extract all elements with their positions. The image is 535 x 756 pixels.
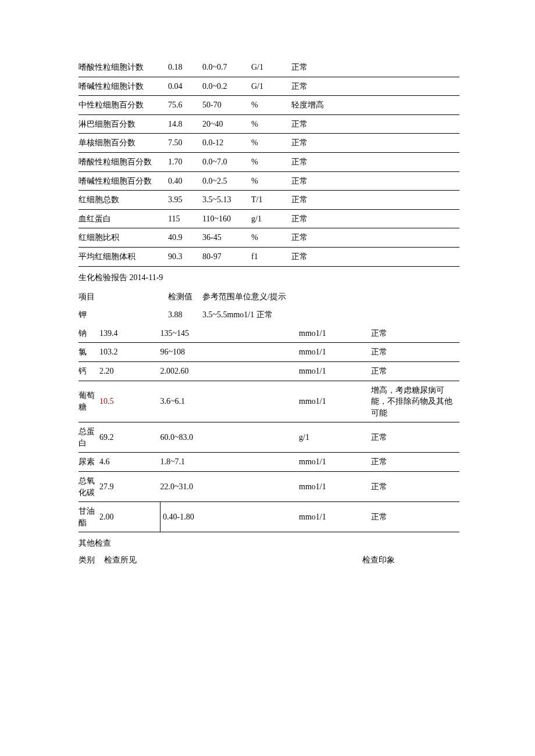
item-unit: mmo1/1 [299,472,371,502]
item-note: 正常 [371,422,459,453]
biochem-table: 钠139.4135~145mmo1/1正常氯103.296~108mmo1/1正… [79,324,459,533]
item-unit: mmo1/1 [299,361,371,381]
table-row: 总氧化碳27.922.0~31.0mmo1/1正常 [79,472,459,502]
other-exam-header: 类别 检查所见 检查印象 [79,551,459,569]
item-note: 正常 [371,324,459,343]
item-unit: mmo1/1 [299,343,371,362]
item-ref: 0.0~0.7 [202,58,251,77]
item-note: 正常 [291,191,459,210]
item-name: 嗜酸性粒细胞计数 [79,58,168,77]
hdr-item: 项目 [79,288,168,306]
item-value: 115 [168,209,202,228]
item-unit: mmo1/1 [299,381,371,422]
item-name: 嗜碱性粒细胞百分数 [79,171,168,191]
table-row: 平均红细胞体积90.380-97f1正常 [79,247,459,266]
item-value: 14.8 [168,114,202,134]
item-ref: 0.0~2.5 [202,171,251,191]
item-note: 增高，考虑糖尿病可能，不排除药物及其他可能 [371,381,459,422]
item-note: 正常 [371,361,459,381]
item-name: 嗜碱性粒细胞计数 [79,77,168,96]
item-value: 40.9 [168,228,202,248]
item-ref: 3.6~6.1 [160,381,299,422]
table-row: 氯103.296~108mmo1/1正常 [79,343,459,362]
other-hdr-impression: 检查印象 [362,551,459,569]
item-ref: 50-70 [202,96,251,115]
table-row: 淋巴细胞百分数14.820~40%正常 [79,114,459,134]
item-name: 葡萄糖 [79,381,99,422]
item-note: 正常 [291,134,459,153]
item-unit: mmo1/1 [299,502,371,532]
item-value: 27.9 [99,472,160,502]
item-ref: 110~160 [202,209,251,228]
biochem-header-table: 项目 检测值 参考范围单位意义/提示 钾 3.88 3.5~5.5mmo1/1 … [79,288,459,324]
item-note: 轻度增高 [291,96,459,115]
table-row: 单核细胞百分数7.500.0-12%正常 [79,134,459,153]
item-name: 氯 [79,343,99,362]
item-value: 4.6 [99,453,160,472]
hdr-rest: 参考范围单位意义/提示 [202,288,459,306]
item-value: 2.20 [99,361,160,381]
item-note: 正常 [371,472,459,502]
item-ref: 2.002.60 [160,361,299,381]
item-unit: g/1 [251,209,291,228]
item-ref: 80-97 [202,247,251,266]
table-row: 总蛋白69.260.0~83.0g/1正常 [79,422,459,453]
item-value: 10.5 [99,381,160,422]
biochem-title: 生化检验报告 2014-11-9 [79,267,459,288]
item-unit: % [251,134,291,153]
item-ref: 3.5~5.13 [202,191,251,210]
item-name: 中性粒细胞百分数 [79,96,168,115]
item-note: 正常 [291,228,459,248]
item-ref: 36-45 [202,228,251,248]
item-note: 正常 [291,58,459,77]
item-name: 钙 [79,361,99,381]
item-name: 血红蛋白 [79,209,168,228]
table-row: 红细胞比积40.936-45%正常 [79,228,459,248]
item-ref: 0.0~7.0 [202,152,251,171]
table-row: 嗜酸性粒细胞计数0.180.0~0.7G/1正常 [79,58,459,77]
k-val: 3.88 [168,306,202,324]
item-unit: % [251,171,291,191]
item-name: 平均红细胞体积 [79,247,168,266]
item-ref: 0.0-12 [202,134,251,153]
table-row: 嗜酸性粒细胞百分数1.700.0~7.0%正常 [79,152,459,171]
item-name: 嗜酸性粒细胞百分数 [79,152,168,171]
blood-table: 嗜酸性粒细胞计数0.180.0~0.7G/1正常嗜碱性粒细胞计数0.040.0~… [79,58,459,267]
item-value: 139.4 [99,324,160,343]
item-ref: 0.0~0.2 [202,77,251,96]
item-ref: 20~40 [202,114,251,134]
table-row: 葡萄糖10.53.6~6.1mmo1/1增高，考虑糖尿病可能，不排除药物及其他可… [79,381,459,422]
item-note: 正常 [291,114,459,134]
table-row: 红细胞总数3.953.5~5.13T/1正常 [79,191,459,210]
item-unit: % [251,152,291,171]
item-unit: % [251,228,291,248]
item-ref: 135~145 [160,324,299,343]
item-value: 3.95 [168,191,202,210]
item-note: 正常 [371,343,459,362]
table-row: 甘油酯2.000.40-1.80mmo1/1正常 [79,502,459,532]
item-value: 7.50 [168,134,202,153]
other-hdr-type: 类别 [79,551,104,569]
table-row: 尿素4.61.8~7.1mmo1/1正常 [79,453,459,472]
item-note: 正常 [291,247,459,266]
item-name: 淋巴细胞百分数 [79,114,168,134]
item-ref: 22.0~31.0 [160,472,299,502]
item-name: 总蛋白 [79,422,99,453]
item-ref: 96~108 [160,343,299,362]
table-row: 钙2.202.002.60mmo1/1正常 [79,361,459,381]
item-ref: 0.40-1.80 [160,502,299,532]
item-value: 0.04 [168,77,202,96]
item-ref: 1.8~7.1 [160,453,299,472]
item-value: 2.00 [99,502,160,532]
item-unit: f1 [251,247,291,266]
item-unit: G/1 [251,58,291,77]
table-row: 嗜碱性粒细胞计数0.040.0~0.2G/1正常 [79,77,459,96]
item-name: 甘油酯 [79,502,99,532]
table-row: 血红蛋白115110~160g/1正常 [79,209,459,228]
item-note: 正常 [371,502,459,532]
item-note: 正常 [291,77,459,96]
item-unit: G/1 [251,77,291,96]
item-note: 正常 [291,171,459,191]
item-unit: % [251,96,291,115]
item-value: 75.6 [168,96,202,115]
